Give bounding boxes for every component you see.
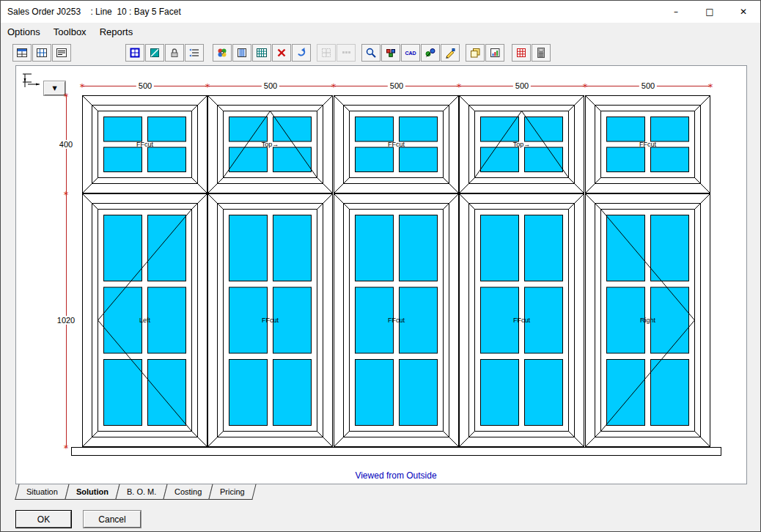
bars-icon[interactable] xyxy=(185,44,204,62)
drawing-canvas[interactable]: ▼ * * * * * * 500 500 500 500 500 * * * … xyxy=(15,65,747,484)
window-design-icon[interactable] xyxy=(12,44,32,62)
options-disabled-icon xyxy=(337,44,356,62)
zoom-icon[interactable] xyxy=(361,44,380,62)
app-window: Sales Order J0253 : Line 10 : Bay 5 Face… xyxy=(0,0,761,532)
dim-width-label: 500 xyxy=(136,81,154,90)
dim-width-label: 500 xyxy=(639,81,657,90)
toolbar-group-export xyxy=(466,44,504,62)
toolbar-group-disabled xyxy=(317,44,356,62)
tab-strip: Situation Solution B. O. M. Costing Pric… xyxy=(17,484,254,500)
menu-toolbox[interactable]: Toolbox xyxy=(47,25,93,39)
viewed-from-caption: Viewed from Outside xyxy=(355,470,436,481)
unit-label: FFcut xyxy=(513,317,530,324)
window-unit-bottom-5[interactable]: Right xyxy=(585,193,710,447)
menu-options[interactable]: Options xyxy=(1,25,47,39)
tab-label: Pricing xyxy=(220,487,245,496)
menubar: Options Toolbox Reports xyxy=(1,23,760,40)
chart-export-icon[interactable] xyxy=(485,44,504,62)
tab-label: B. O. M. xyxy=(127,487,156,496)
copy-icon[interactable] xyxy=(466,44,485,62)
delete-icon[interactable] xyxy=(272,44,291,62)
tab-bom[interactable]: B. O. M. xyxy=(115,484,168,500)
dim-tick: * xyxy=(205,81,210,92)
dim-tick: * xyxy=(64,91,69,102)
grid-disabled-icon xyxy=(317,44,336,62)
dim-tick: * xyxy=(80,81,85,92)
dim-tick: * xyxy=(457,81,462,92)
dimension-style-icon xyxy=(22,72,43,89)
minimize-button[interactable]: – xyxy=(659,1,693,23)
columns-icon[interactable] xyxy=(232,44,251,62)
georgian-grid-icon[interactable] xyxy=(252,44,271,62)
titlebar: Sales Order J0253 : Line 10 : Bay 5 Face… xyxy=(1,1,760,23)
window-unit-top-4[interactable]: Top→ xyxy=(459,95,584,193)
dim-width-label: 500 xyxy=(262,81,279,90)
dim-height-label: 1020 xyxy=(55,316,77,325)
menu-reports[interactable]: Reports xyxy=(93,25,140,39)
window-unit-bottom-1[interactable]: Left xyxy=(82,193,207,447)
tab-situation[interactable]: Situation xyxy=(15,484,69,500)
dim-tick: * xyxy=(64,189,69,200)
unit-label: Right xyxy=(640,317,655,324)
toolbar: CAD xyxy=(1,40,760,65)
undo-icon[interactable] xyxy=(292,44,311,62)
window-controls: – □ ✕ xyxy=(659,1,760,23)
red-grid-icon[interactable] xyxy=(512,44,531,62)
toolbar-group-views xyxy=(12,44,71,62)
maximize-button[interactable]: □ xyxy=(693,1,727,23)
calculator-icon[interactable] xyxy=(532,44,551,62)
dim-width-label: 500 xyxy=(388,81,405,90)
color-swatches-icon[interactable] xyxy=(381,44,400,62)
window-unit-bottom-2[interactable]: FFcut xyxy=(207,193,333,447)
window-unit-bottom-3[interactable]: FFcut xyxy=(334,193,459,447)
ok-button[interactable]: OK xyxy=(16,511,71,528)
tab-label: Costing xyxy=(174,487,202,496)
cancel-button[interactable]: Cancel xyxy=(84,511,141,528)
transom-icon[interactable] xyxy=(145,44,164,62)
unit-label: Top→ xyxy=(262,141,279,148)
pinwheel-colors-icon[interactable] xyxy=(213,44,232,62)
window-unit-top-2[interactable]: Top→ xyxy=(207,95,333,193)
pencil-icon[interactable] xyxy=(441,44,460,62)
window-sill xyxy=(71,447,721,456)
window-unit-top-1[interactable]: FFcut xyxy=(82,95,207,193)
tab-solution[interactable]: Solution xyxy=(65,484,120,500)
dim-tick: * xyxy=(583,81,588,92)
unit-label: FFcut xyxy=(262,317,279,324)
window-unit-top-3[interactable]: FFcut xyxy=(334,95,459,193)
window-unit-top-5[interactable]: FFcut xyxy=(585,95,710,193)
dimensions-icon[interactable] xyxy=(52,44,71,62)
hardware-dots-icon[interactable] xyxy=(421,44,440,62)
tab-pricing[interactable]: Pricing xyxy=(209,484,257,500)
dimension-dropdown-button[interactable]: ▼ xyxy=(44,81,65,95)
unit-label: FFcut xyxy=(639,141,656,148)
unit-label: Left xyxy=(139,317,150,324)
unit-label: FFcut xyxy=(388,141,405,148)
unit-label: FFcut xyxy=(136,141,153,148)
cad-icon[interactable]: CAD xyxy=(401,44,420,62)
window-title: Sales Order J0253 : Line 10 : Bay 5 Face… xyxy=(1,7,181,17)
unit-label: Top→ xyxy=(513,141,531,148)
lock-icon[interactable] xyxy=(165,44,184,62)
dim-width-label: 500 xyxy=(513,81,531,90)
cad-label: CAD xyxy=(405,51,416,56)
dim-tick: * xyxy=(331,81,337,92)
tab-costing[interactable]: Costing xyxy=(163,484,213,500)
dim-tick: * xyxy=(708,81,713,92)
tab-label: Situation xyxy=(26,487,58,496)
close-button[interactable]: ✕ xyxy=(727,1,760,23)
dim-tick: * xyxy=(64,443,69,454)
tab-label: Solution xyxy=(76,487,109,496)
toolbar-group-tools: CAD xyxy=(361,44,460,62)
toolbar-group-edit xyxy=(213,44,311,62)
dim-height-label: 400 xyxy=(57,140,75,149)
toolbar-group-frame xyxy=(125,44,204,62)
blue-window-icon[interactable] xyxy=(125,44,144,62)
bay-window-icon[interactable] xyxy=(32,44,51,62)
toolbar-group-costing xyxy=(512,44,551,62)
window-unit-bottom-4[interactable]: FFcut xyxy=(459,193,584,447)
unit-label: FFcut xyxy=(388,317,405,324)
